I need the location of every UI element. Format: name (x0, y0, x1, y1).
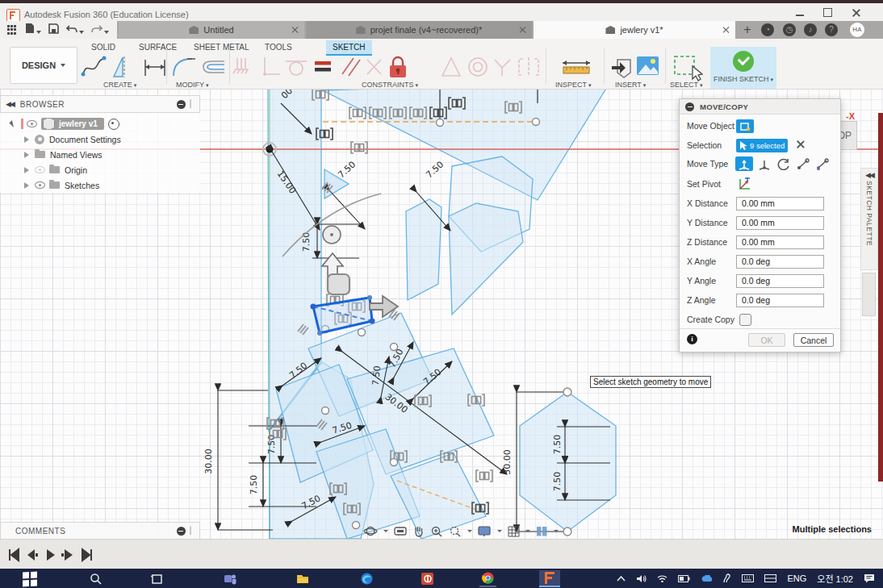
ok-button[interactable]: OK (748, 333, 785, 347)
x-distance-input[interactable]: 0.00 mm (736, 197, 824, 211)
action-center-icon[interactable] (864, 573, 875, 583)
constraints-group-label[interactable]: CONSTRAINTS (362, 81, 418, 89)
y-angle-input[interactable]: 0.0 deg (736, 274, 824, 288)
expander-open-icon[interactable] (9, 120, 16, 127)
file-explorer-icon[interactable] (294, 570, 311, 587)
tray-window-icon[interactable] (764, 574, 776, 582)
notifications-bell-icon[interactable]: ♪ (804, 23, 817, 36)
move-plane-handle[interactable] (328, 274, 349, 294)
minimize-button[interactable] (796, 8, 804, 16)
set-pivot-button[interactable] (738, 177, 752, 194)
visibility-eye-icon[interactable] (35, 181, 45, 189)
constraint-collinear-icon[interactable] (440, 55, 462, 79)
collapse-panel-icon[interactable]: ◀◀ (6, 100, 14, 108)
dialog-collapse-icon[interactable] (685, 102, 694, 111)
insert-group-label[interactable]: INSERT (615, 81, 646, 89)
move-type-translate-button[interactable] (755, 156, 773, 171)
tab-close-icon[interactable] (519, 26, 526, 33)
expander-icon[interactable] (24, 152, 30, 158)
move-type-rotate-button[interactable] (775, 156, 793, 171)
panel-minimize-icon[interactable] (177, 100, 186, 109)
ribbon-tab-tools[interactable]: TOOLS (258, 40, 299, 54)
redo-icon[interactable] (91, 23, 109, 37)
touch-keyboard-icon[interactable] (742, 574, 754, 582)
pan-icon[interactable] (412, 525, 425, 537)
modify-fillet-icon[interactable] (171, 55, 197, 79)
constraint-fix-icon[interactable] (232, 55, 255, 79)
doc-tab-jewlery-v1[interactable]: jewlery v1* (534, 21, 735, 39)
root-component-chip[interactable]: jewlery v1 (41, 118, 104, 130)
doc-tab-untitled[interactable]: Untitled (119, 21, 304, 39)
display-settings-icon[interactable] (478, 526, 492, 537)
taskbar-clock[interactable]: 오전 1:02 (817, 572, 853, 585)
expander-icon[interactable] (24, 167, 30, 173)
new-tab-button[interactable] (739, 22, 755, 38)
constraint-parallel-icon[interactable] (339, 55, 363, 79)
finish-sketch-button[interactable]: FINISH SKETCH (710, 47, 776, 89)
undo-icon[interactable] (66, 23, 84, 37)
move-type-point-to-position-button[interactable] (814, 156, 831, 171)
task-view-icon[interactable] (149, 570, 165, 587)
grid-dropdown-icon[interactable] (525, 530, 530, 532)
job-status-icon[interactable]: ◔ (761, 23, 774, 36)
user-avatar[interactable]: HA (850, 23, 864, 37)
x-angle-input[interactable]: 0.0 deg (736, 255, 824, 269)
sketch-palette-tab[interactable]: ◀◀ SKETCH PALETTE (860, 168, 878, 270)
constraint-lock-icon[interactable] (386, 55, 410, 81)
y-distance-input[interactable]: 0.00 mm (736, 216, 824, 230)
panel-grip-icon[interactable]: ▏ (190, 100, 196, 108)
visibility-eye-icon[interactable] (27, 120, 37, 127)
inspect-group-label[interactable]: INSPECT (555, 81, 591, 89)
browser-header[interactable]: ◀◀ BROWSER ▏ (0, 95, 200, 113)
select-tool-icon[interactable] (673, 55, 705, 82)
comments-add-icon[interactable] (177, 527, 186, 536)
dialog-header[interactable]: MOVE/COPY (680, 99, 840, 115)
browser-item-origin[interactable]: Origin (0, 162, 200, 177)
orbit-dropdown-icon[interactable] (383, 530, 388, 532)
edge-icon[interactable] (358, 570, 375, 587)
constraint-tangent-icon[interactable] (284, 55, 308, 79)
language-indicator[interactable]: ENG (787, 573, 806, 583)
help-icon[interactable]: ? (825, 23, 838, 36)
look-at-icon[interactable] (394, 526, 407, 536)
zoom-dropdown-icon[interactable] (467, 530, 472, 532)
chrome-icon[interactable] (479, 570, 496, 587)
wifi-icon[interactable] (657, 574, 667, 582)
create-spline-icon[interactable] (81, 55, 107, 79)
move-arrow-handle[interactable] (370, 296, 398, 317)
expander-icon[interactable] (24, 136, 30, 143)
fusion360-taskbar-icon[interactable] (539, 570, 560, 587)
grid-snap-icon[interactable] (508, 526, 520, 537)
maximize-button[interactable] (823, 8, 832, 17)
move-type-point-to-point-button[interactable] (794, 156, 812, 171)
expander-icon[interactable] (24, 182, 30, 189)
select-group-label[interactable]: SELECT (670, 81, 702, 89)
browser-item-sketches[interactable]: Sketches (0, 177, 200, 193)
constraint-coincident-icon[interactable] (365, 55, 384, 79)
browser-item-named-views[interactable]: Named Views (0, 147, 200, 162)
constraint-concentric-icon[interactable] (466, 55, 490, 79)
file-menu-icon[interactable] (25, 23, 41, 37)
close-button[interactable] (852, 8, 860, 17)
app-grid-icon[interactable] (7, 25, 18, 35)
z-distance-input[interactable]: 0.00 mm (736, 236, 824, 249)
insert-derive-icon[interactable] (609, 55, 634, 81)
move-type-free-button[interactable] (735, 156, 753, 171)
cancel-button[interactable]: Cancel (793, 333, 834, 347)
doc-tab-projet-finale[interactable]: projet finale (v4~recovered)* (306, 21, 532, 39)
zoom-icon[interactable] (430, 525, 443, 537)
inspect-measure-icon[interactable] (560, 55, 592, 79)
comments-header[interactable]: COMMENTS ▏ (0, 522, 200, 540)
tray-expand-icon[interactable] (617, 576, 626, 582)
viewports-icon[interactable] (536, 526, 548, 537)
modify-offset-icon[interactable] (200, 55, 228, 79)
pen-icon[interactable] (722, 573, 731, 583)
teams-icon[interactable] (221, 570, 238, 587)
save-icon[interactable] (48, 23, 59, 37)
timeline-playback-controls[interactable] (8, 548, 97, 562)
insert-canvas-icon[interactable] (636, 55, 660, 77)
ribbon-tab-sketch[interactable]: SKETCH (326, 40, 372, 56)
constraint-perpendicular-icon[interactable] (260, 55, 282, 79)
move-object-type-button[interactable] (736, 119, 754, 133)
ribbon-tab-surface[interactable]: SURFACE (132, 40, 183, 54)
